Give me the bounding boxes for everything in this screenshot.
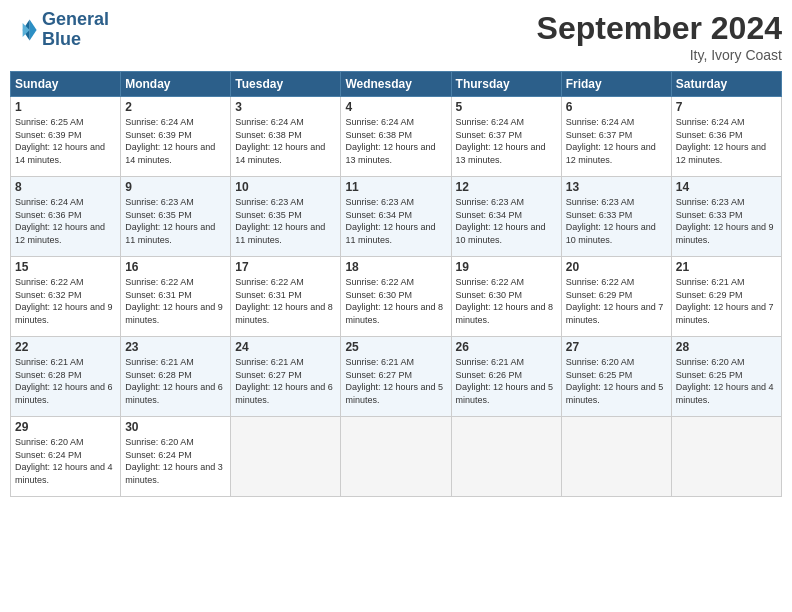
calendar-cell <box>561 417 671 497</box>
logo-text: General Blue <box>42 10 109 50</box>
calendar-cell: 16Sunrise: 6:22 AMSunset: 6:31 PMDayligh… <box>121 257 231 337</box>
day-info: Sunrise: 6:20 AMSunset: 6:24 PMDaylight:… <box>15 436 116 486</box>
month-title: September 2024 <box>537 10 782 47</box>
day-header-monday: Monday <box>121 72 231 97</box>
page-header: General Blue September 2024 Ity, Ivory C… <box>10 10 782 63</box>
day-number: 17 <box>235 260 336 274</box>
day-number: 18 <box>345 260 446 274</box>
day-header-friday: Friday <box>561 72 671 97</box>
calendar-cell: 30Sunrise: 6:20 AMSunset: 6:24 PMDayligh… <box>121 417 231 497</box>
calendar-cell: 6Sunrise: 6:24 AMSunset: 6:37 PMDaylight… <box>561 97 671 177</box>
day-info: Sunrise: 6:21 AMSunset: 6:26 PMDaylight:… <box>456 356 557 406</box>
day-number: 7 <box>676 100 777 114</box>
day-number: 15 <box>15 260 116 274</box>
day-number: 14 <box>676 180 777 194</box>
day-number: 24 <box>235 340 336 354</box>
day-info: Sunrise: 6:23 AMSunset: 6:35 PMDaylight:… <box>235 196 336 246</box>
calendar-week-row: 15Sunrise: 6:22 AMSunset: 6:32 PMDayligh… <box>11 257 782 337</box>
calendar-week-row: 29Sunrise: 6:20 AMSunset: 6:24 PMDayligh… <box>11 417 782 497</box>
day-info: Sunrise: 6:22 AMSunset: 6:30 PMDaylight:… <box>456 276 557 326</box>
calendar-cell: 17Sunrise: 6:22 AMSunset: 6:31 PMDayligh… <box>231 257 341 337</box>
day-info: Sunrise: 6:21 AMSunset: 6:29 PMDaylight:… <box>676 276 777 326</box>
day-info: Sunrise: 6:25 AMSunset: 6:39 PMDaylight:… <box>15 116 116 166</box>
day-number: 4 <box>345 100 446 114</box>
calendar-cell: 27Sunrise: 6:20 AMSunset: 6:25 PMDayligh… <box>561 337 671 417</box>
day-header-wednesday: Wednesday <box>341 72 451 97</box>
day-number: 26 <box>456 340 557 354</box>
title-area: September 2024 Ity, Ivory Coast <box>537 10 782 63</box>
calendar-cell: 24Sunrise: 6:21 AMSunset: 6:27 PMDayligh… <box>231 337 341 417</box>
day-info: Sunrise: 6:20 AMSunset: 6:25 PMDaylight:… <box>566 356 667 406</box>
day-header-tuesday: Tuesday <box>231 72 341 97</box>
calendar-cell: 22Sunrise: 6:21 AMSunset: 6:28 PMDayligh… <box>11 337 121 417</box>
location: Ity, Ivory Coast <box>537 47 782 63</box>
day-info: Sunrise: 6:23 AMSunset: 6:34 PMDaylight:… <box>345 196 446 246</box>
day-info: Sunrise: 6:21 AMSunset: 6:27 PMDaylight:… <box>235 356 336 406</box>
day-number: 11 <box>345 180 446 194</box>
day-info: Sunrise: 6:24 AMSunset: 6:37 PMDaylight:… <box>456 116 557 166</box>
day-info: Sunrise: 6:23 AMSunset: 6:33 PMDaylight:… <box>566 196 667 246</box>
day-info: Sunrise: 6:20 AMSunset: 6:24 PMDaylight:… <box>125 436 226 486</box>
calendar-cell: 5Sunrise: 6:24 AMSunset: 6:37 PMDaylight… <box>451 97 561 177</box>
calendar-cell: 13Sunrise: 6:23 AMSunset: 6:33 PMDayligh… <box>561 177 671 257</box>
calendar-cell: 21Sunrise: 6:21 AMSunset: 6:29 PMDayligh… <box>671 257 781 337</box>
day-number: 25 <box>345 340 446 354</box>
day-number: 16 <box>125 260 226 274</box>
calendar-cell: 7Sunrise: 6:24 AMSunset: 6:36 PMDaylight… <box>671 97 781 177</box>
day-info: Sunrise: 6:22 AMSunset: 6:29 PMDaylight:… <box>566 276 667 326</box>
day-info: Sunrise: 6:24 AMSunset: 6:38 PMDaylight:… <box>235 116 336 166</box>
day-info: Sunrise: 6:22 AMSunset: 6:31 PMDaylight:… <box>235 276 336 326</box>
day-number: 8 <box>15 180 116 194</box>
calendar-cell <box>671 417 781 497</box>
day-info: Sunrise: 6:22 AMSunset: 6:30 PMDaylight:… <box>345 276 446 326</box>
calendar-cell: 19Sunrise: 6:22 AMSunset: 6:30 PMDayligh… <box>451 257 561 337</box>
day-number: 29 <box>15 420 116 434</box>
day-number: 19 <box>456 260 557 274</box>
day-number: 10 <box>235 180 336 194</box>
calendar-cell: 10Sunrise: 6:23 AMSunset: 6:35 PMDayligh… <box>231 177 341 257</box>
calendar-cell: 26Sunrise: 6:21 AMSunset: 6:26 PMDayligh… <box>451 337 561 417</box>
calendar-cell: 14Sunrise: 6:23 AMSunset: 6:33 PMDayligh… <box>671 177 781 257</box>
day-info: Sunrise: 6:22 AMSunset: 6:32 PMDaylight:… <box>15 276 116 326</box>
calendar-cell: 28Sunrise: 6:20 AMSunset: 6:25 PMDayligh… <box>671 337 781 417</box>
day-info: Sunrise: 6:23 AMSunset: 6:34 PMDaylight:… <box>456 196 557 246</box>
day-number: 23 <box>125 340 226 354</box>
calendar-cell: 15Sunrise: 6:22 AMSunset: 6:32 PMDayligh… <box>11 257 121 337</box>
calendar-cell: 1Sunrise: 6:25 AMSunset: 6:39 PMDaylight… <box>11 97 121 177</box>
calendar-cell: 2Sunrise: 6:24 AMSunset: 6:39 PMDaylight… <box>121 97 231 177</box>
day-number: 21 <box>676 260 777 274</box>
calendar-cell <box>451 417 561 497</box>
day-number: 30 <box>125 420 226 434</box>
day-info: Sunrise: 6:23 AMSunset: 6:35 PMDaylight:… <box>125 196 226 246</box>
day-number: 5 <box>456 100 557 114</box>
calendar-cell <box>341 417 451 497</box>
day-number: 22 <box>15 340 116 354</box>
calendar-cell: 12Sunrise: 6:23 AMSunset: 6:34 PMDayligh… <box>451 177 561 257</box>
calendar-cell: 3Sunrise: 6:24 AMSunset: 6:38 PMDaylight… <box>231 97 341 177</box>
calendar-header-row: SundayMondayTuesdayWednesdayThursdayFrid… <box>11 72 782 97</box>
calendar-cell: 25Sunrise: 6:21 AMSunset: 6:27 PMDayligh… <box>341 337 451 417</box>
day-info: Sunrise: 6:24 AMSunset: 6:36 PMDaylight:… <box>676 116 777 166</box>
day-info: Sunrise: 6:21 AMSunset: 6:27 PMDaylight:… <box>345 356 446 406</box>
calendar-cell <box>231 417 341 497</box>
svg-marker-0 <box>30 19 37 40</box>
calendar-cell: 8Sunrise: 6:24 AMSunset: 6:36 PMDaylight… <box>11 177 121 257</box>
calendar-week-row: 22Sunrise: 6:21 AMSunset: 6:28 PMDayligh… <box>11 337 782 417</box>
day-info: Sunrise: 6:24 AMSunset: 6:36 PMDaylight:… <box>15 196 116 246</box>
day-header-thursday: Thursday <box>451 72 561 97</box>
day-info: Sunrise: 6:24 AMSunset: 6:38 PMDaylight:… <box>345 116 446 166</box>
day-info: Sunrise: 6:21 AMSunset: 6:28 PMDaylight:… <box>15 356 116 406</box>
day-number: 9 <box>125 180 226 194</box>
calendar-week-row: 1Sunrise: 6:25 AMSunset: 6:39 PMDaylight… <box>11 97 782 177</box>
calendar-table: SundayMondayTuesdayWednesdayThursdayFrid… <box>10 71 782 497</box>
calendar-cell: 18Sunrise: 6:22 AMSunset: 6:30 PMDayligh… <box>341 257 451 337</box>
calendar-week-row: 8Sunrise: 6:24 AMSunset: 6:36 PMDaylight… <box>11 177 782 257</box>
day-number: 27 <box>566 340 667 354</box>
logo-icon <box>10 16 38 44</box>
day-header-saturday: Saturday <box>671 72 781 97</box>
logo: General Blue <box>10 10 109 50</box>
calendar-cell: 23Sunrise: 6:21 AMSunset: 6:28 PMDayligh… <box>121 337 231 417</box>
day-number: 28 <box>676 340 777 354</box>
calendar-cell: 20Sunrise: 6:22 AMSunset: 6:29 PMDayligh… <box>561 257 671 337</box>
day-number: 3 <box>235 100 336 114</box>
